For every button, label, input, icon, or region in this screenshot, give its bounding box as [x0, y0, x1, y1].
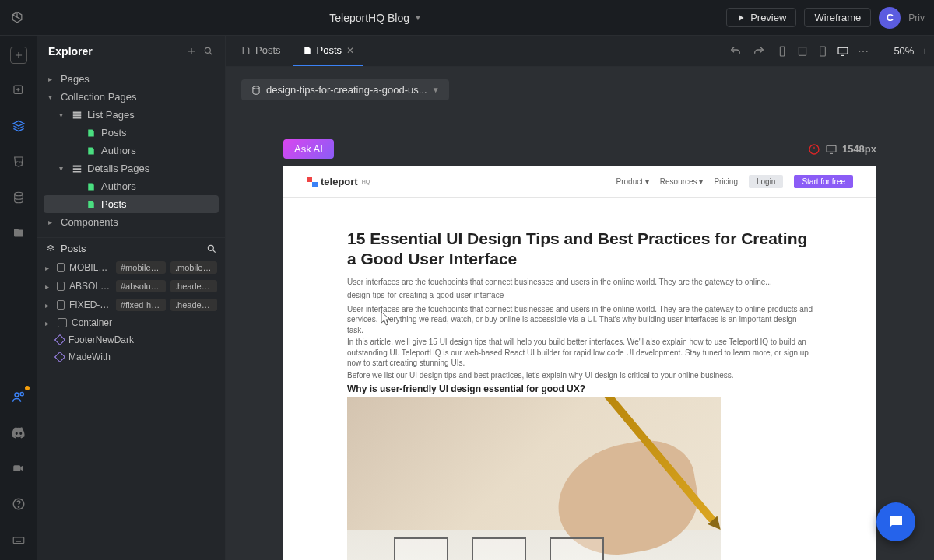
post-row-madewith[interactable]: MadeWith — [42, 349, 220, 365]
tree-list-authors[interactable]: Authors — [44, 142, 219, 159]
article-slug: design-tips-for-creating-a-good-user-int… — [347, 291, 813, 299]
article-body3: Before we list our UI design tips and be… — [347, 370, 813, 381]
article-body1: User interfaces are the touchpoints that… — [347, 304, 813, 336]
login-button[interactable]: Login — [749, 175, 783, 188]
search-icon[interactable] — [203, 46, 214, 57]
article-title: 15 Essential UI Design Tips and Best Pra… — [347, 229, 813, 270]
database-icon[interactable] — [9, 188, 28, 207]
svg-rect-17 — [780, 47, 784, 56]
square-icon — [57, 263, 65, 272]
tree-details-authors-label: Authors — [101, 180, 136, 192]
close-icon[interactable]: ✕ — [346, 45, 354, 56]
tree-collection-pages[interactable]: ▾Collection Pages — [44, 88, 219, 106]
zoom-out-icon[interactable]: − — [880, 45, 887, 57]
post-class: .header-fix — [170, 299, 217, 311]
tree-list-posts-label: Posts — [101, 127, 127, 138]
start-button[interactable]: Start for free — [794, 175, 853, 188]
post-row[interactable]: ▸FIXED-H...#fixed-hea....header-fix — [42, 296, 220, 313]
discord-icon[interactable] — [9, 423, 28, 442]
tab-posts-active[interactable]: Posts✕ — [293, 36, 364, 66]
svg-rect-19 — [820, 47, 825, 56]
svg-rect-10 — [73, 111, 82, 113]
add-icon[interactable] — [10, 47, 27, 64]
hero-image — [347, 397, 721, 560]
diamond-icon — [54, 334, 65, 345]
device-tablet-icon[interactable] — [796, 45, 809, 58]
post-row-container[interactable]: ▸Container — [42, 315, 220, 331]
tab-label: Posts — [317, 44, 342, 56]
layers-icon[interactable] — [9, 117, 28, 135]
topbar-actions: Preview Wireframe C Priv — [726, 7, 925, 29]
nav-pricing[interactable]: Pricing — [714, 177, 738, 186]
post-row[interactable]: ▸MOBILE-...#mobile-h....mobile-h... — [42, 259, 220, 276]
add-page-icon[interactable] — [9, 81, 28, 100]
nav-resources[interactable]: Resources ▾ — [660, 177, 704, 186]
project-title[interactable]: TeleportHQ Blog ▼ — [329, 12, 422, 24]
video-icon[interactable] — [9, 459, 28, 478]
svg-rect-5 — [13, 465, 20, 471]
device-desktop-icon[interactable] — [837, 45, 849, 58]
redo-icon[interactable] — [753, 45, 765, 58]
topbar-left — [9, 10, 25, 26]
tree-pages[interactable]: ▸Pages — [44, 70, 219, 88]
team-icon[interactable] — [9, 387, 28, 406]
site-logo[interactable]: teleportHQ — [307, 176, 370, 187]
square-icon — [57, 300, 65, 310]
tree-components-label: Components — [61, 216, 118, 228]
topbar: TeleportHQ Blog ▼ Preview Wireframe C Pr… — [0, 0, 934, 36]
tabs-right: − 50% + — [729, 45, 928, 58]
tree-components[interactable]: ▸Components — [44, 213, 219, 231]
preview-button-label: Preview — [750, 12, 786, 23]
width-indicator: 1548px — [808, 143, 876, 156]
article-body: 15 Essential UI Design Tips and Best Pra… — [283, 198, 876, 560]
post-row-footer[interactable]: FooterNewDark — [42, 332, 220, 348]
preview-frame[interactable]: teleportHQ Product ▾ Resources ▾ Pricing… — [283, 166, 876, 560]
tree-list-posts[interactable]: Posts — [44, 124, 219, 142]
tree-details-pages[interactable]: ▾Details Pages — [44, 159, 219, 177]
site-logo-text: teleport — [321, 176, 358, 187]
undo-icon[interactable] — [729, 45, 742, 58]
explorer-tree: ▸Pages ▾Collection Pages ▾List Pages Pos… — [37, 67, 225, 237]
post-footer-label: FooterNewDark — [68, 334, 134, 345]
tree-details-authors[interactable]: Authors — [44, 177, 219, 195]
add-item-icon[interactable] — [186, 46, 197, 57]
app-logo-icon[interactable] — [9, 10, 25, 26]
post-class: .mobile-h... — [170, 261, 217, 274]
css-icon[interactable]: css — [9, 152, 28, 171]
device-tablet-landscape-icon[interactable] — [816, 45, 829, 58]
preview-button[interactable]: Preview — [726, 8, 796, 27]
post-hash: #mobile-h... — [116, 261, 166, 274]
tree-pages-label: Pages — [61, 73, 90, 85]
svg-rect-8 — [13, 537, 24, 544]
tree-details-posts[interactable]: Posts — [44, 195, 219, 213]
zoom-in-icon[interactable]: + — [922, 45, 928, 57]
post-row[interactable]: ▸ABSOLU...#absolute....header-a... — [42, 278, 220, 295]
ask-ai-label: Ask AI — [294, 143, 323, 155]
folder-icon[interactable] — [9, 224, 28, 243]
canvas-tabbar: Posts Posts✕ − 50% + — [226, 36, 934, 67]
device-mobile-icon[interactable] — [776, 45, 788, 58]
keyboard-icon[interactable] — [9, 530, 28, 549]
iconbar: css — [0, 36, 37, 560]
privacy-label[interactable]: Priv — [908, 12, 925, 23]
post-name: MOBILE-... — [69, 262, 111, 273]
canvas-body[interactable]: design-tips-for-creating-a-good-us... ▼ … — [226, 67, 934, 560]
nav-product[interactable]: Product ▾ — [616, 177, 649, 186]
breadcrumb-selector[interactable]: design-tips-for-creating-a-good-us... ▼ — [241, 79, 449, 100]
svg-point-7 — [18, 506, 19, 507]
chat-fab[interactable] — [876, 502, 915, 541]
svg-point-24 — [253, 86, 259, 89]
chevron-down-icon: ▼ — [414, 13, 422, 22]
help-icon[interactable] — [9, 495, 28, 513]
more-icon[interactable] — [857, 45, 869, 58]
logo-cubes-icon — [307, 177, 318, 187]
avatar[interactable]: C — [879, 7, 901, 29]
ask-ai-button[interactable]: Ask AI — [283, 139, 334, 159]
posts-search-icon[interactable] — [206, 243, 217, 254]
tree-list-pages[interactable]: ▾List Pages — [44, 106, 219, 124]
svg-rect-15 — [73, 171, 82, 173]
wireframe-button[interactable]: Wireframe — [804, 8, 871, 27]
tab-posts-inactive[interactable]: Posts — [232, 36, 290, 66]
site-logo-sup: HQ — [362, 179, 370, 184]
diamond-icon — [54, 352, 65, 362]
